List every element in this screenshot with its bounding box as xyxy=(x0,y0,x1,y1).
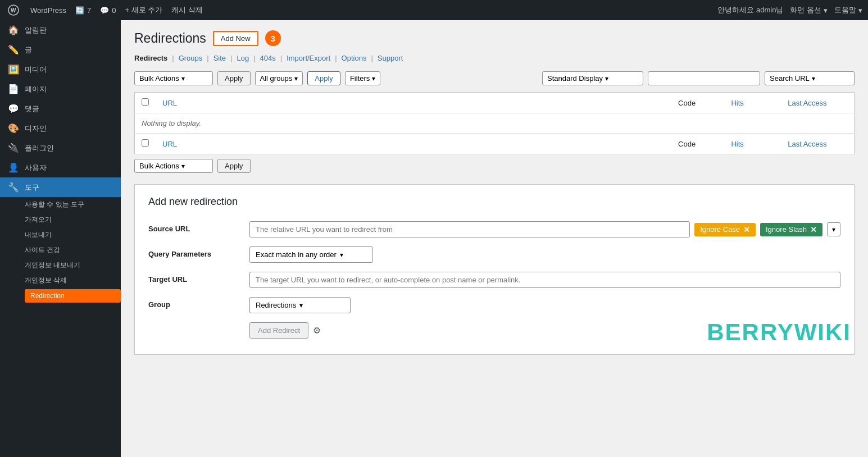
sidebar-item-posts[interactable]: ✏️ 글 xyxy=(0,40,121,60)
apply-button-top[interactable]: Apply xyxy=(217,71,251,85)
pages-icon: 📄 xyxy=(8,84,19,94)
search-url-input[interactable] xyxy=(648,71,760,85)
chevron-down-icon xyxy=(181,74,185,83)
apply-button-bottom[interactable]: Apply xyxy=(217,159,251,173)
target-url-label: Target URL xyxy=(148,272,249,284)
sidebar-sub-export-personal[interactable]: 개인정보 내보내기 xyxy=(25,258,121,273)
settings-gear-button[interactable]: ⚙ xyxy=(313,325,321,336)
col-footer-hits[interactable]: Hits xyxy=(714,134,760,154)
tab-log[interactable]: Log xyxy=(237,52,249,65)
chevron-down-icon xyxy=(372,74,375,83)
chevron-down-icon xyxy=(181,162,185,170)
media-icon: 🖼️ xyxy=(8,64,19,75)
content-wrapper: Redirections Add New 3 Redirects | Group… xyxy=(121,20,868,368)
search-url-dropdown[interactable]: Search URL xyxy=(765,71,855,85)
col-footer-last-access[interactable]: Last Access xyxy=(761,134,855,154)
add-new-bar[interactable]: + 새로 추가 xyxy=(125,5,163,15)
sidebar-sub-delete-personal[interactable]: 개인정보 삭제 xyxy=(25,273,121,288)
ignore-case-badge[interactable]: Ignore Case ✕ xyxy=(694,223,756,236)
help-button[interactable]: 도움말 ▾ xyxy=(834,5,862,15)
group-label: Group xyxy=(148,297,249,309)
comments-icon: 💬 xyxy=(8,103,19,114)
query-params-label: Query Parameters xyxy=(148,246,249,258)
add-redirect-button[interactable]: Add Redirect xyxy=(249,322,308,339)
col-footer-url[interactable]: URL xyxy=(156,134,660,154)
select-all-checkbox[interactable] xyxy=(142,98,149,106)
greeting: 안녕하세요 admin님 xyxy=(717,5,783,15)
refresh-icon: 🔄 xyxy=(75,6,84,15)
tab-support[interactable]: Support xyxy=(378,52,403,65)
tab-site[interactable]: Site xyxy=(213,52,226,65)
col-header-hits[interactable]: Hits xyxy=(714,93,760,113)
page-title-row: Redirections Add New 3 xyxy=(134,30,855,46)
group-dropdown[interactable]: Redirections xyxy=(249,297,351,313)
sidebar-item-dashboard[interactable]: 🏠 알림판 xyxy=(0,20,121,40)
redirections-table: URL Code Hits Last Access Nothing to dis… xyxy=(134,92,855,154)
wordpress-label[interactable]: WordPress xyxy=(30,6,66,15)
svg-text:W: W xyxy=(11,7,16,13)
clear-cache[interactable]: 캐시 삭제 xyxy=(171,5,203,15)
tab-redirects[interactable]: Redirects xyxy=(134,52,167,65)
ignore-slash-remove[interactable]: ✕ xyxy=(810,225,817,234)
table-row-empty: Nothing to display. xyxy=(135,113,855,134)
sidebar-item-media[interactable]: 🖼️ 미디어 xyxy=(0,60,121,79)
screen-options-button[interactable]: 화면 옵션 ▾ xyxy=(790,5,828,15)
bulk-actions-dropdown-bottom[interactable]: Bulk Actions xyxy=(134,159,213,173)
comment-count[interactable]: 💬 0 xyxy=(100,6,116,15)
ignore-slash-badge[interactable]: Ignore Slash ✕ xyxy=(760,223,822,236)
table-footer-row: URL Code Hits Last Access xyxy=(135,134,855,154)
sidebar-item-tools[interactable]: 🔧 도구 xyxy=(0,177,121,197)
sidebar-item-pages[interactable]: 📄 페이지 xyxy=(0,79,121,99)
sidebar-item-comments[interactable]: 💬 댓글 xyxy=(0,99,121,118)
source-url-input-row: Ignore Case ✕ Ignore Slash ✕ xyxy=(249,221,840,237)
target-url-field xyxy=(249,272,840,288)
step-badge-3: 3 xyxy=(265,30,281,46)
dashboard-icon: 🏠 xyxy=(8,25,19,35)
main-layout: 🏠 알림판 ✏️ 글 🖼️ 미디어 📄 페이지 💬 댓글 🎨 디자인 🔌 플러그… xyxy=(0,20,868,457)
ignore-case-remove[interactable]: ✕ xyxy=(743,225,750,234)
wp-logo[interactable]: W xyxy=(6,2,21,18)
posts-icon: ✏️ xyxy=(8,44,19,55)
bulk-actions-dropdown[interactable]: Bulk Actions xyxy=(134,71,213,85)
apply-button-blue[interactable]: Apply xyxy=(307,71,340,85)
select-all-footer-checkbox[interactable] xyxy=(142,139,149,147)
chevron-down-icon: ▾ xyxy=(824,6,828,15)
sidebar-sub-redirection[interactable]: Redirection xyxy=(25,289,121,303)
source-url-input[interactable] xyxy=(249,221,690,237)
users-icon: 👤 xyxy=(8,162,19,173)
tools-submenu: 사용할 수 있는 도구 가져오기 내보내기 사이트 건강 개인정보 내보내기 개… xyxy=(0,197,121,304)
all-groups-dropdown[interactable]: All groups xyxy=(255,71,303,85)
select-all-checkbox-footer[interactable] xyxy=(135,134,156,154)
col-header-last-access[interactable]: Last Access xyxy=(761,93,855,113)
sidebar-sub-site-health[interactable]: 사이트 건강 xyxy=(25,243,121,258)
tab-groups[interactable]: Groups xyxy=(179,52,203,65)
add-new-title: Add new redirection xyxy=(148,196,840,208)
source-url-label: Source URL xyxy=(148,221,249,233)
add-new-button[interactable]: Add New xyxy=(213,31,258,46)
chevron-down-icon xyxy=(299,301,303,309)
tab-options[interactable]: Options xyxy=(342,52,367,65)
update-count[interactable]: 🔄 7 xyxy=(75,6,91,15)
tab-import-export[interactable]: Import/Export xyxy=(287,52,330,65)
sidebar-item-design[interactable]: 🎨 디자인 xyxy=(0,118,121,138)
target-url-input[interactable] xyxy=(249,272,840,288)
select-all-checkbox-header[interactable] xyxy=(135,93,156,113)
query-params-field: Exact match in any order xyxy=(249,246,840,263)
query-params-dropdown[interactable]: Exact match in any order xyxy=(249,246,373,263)
sidebar-sub-export[interactable]: 내보내기 xyxy=(25,227,121,243)
sidebar-item-plugins[interactable]: 🔌 플러그인 xyxy=(0,138,121,158)
col-header-url[interactable]: URL xyxy=(156,93,660,113)
group-row: Group Redirections xyxy=(148,293,840,318)
chevron-down-icon xyxy=(832,225,835,234)
sidebar-sub-available-tools[interactable]: 사용할 수 있는 도구 xyxy=(25,197,121,212)
sidebar-sub-import[interactable]: 가져오기 xyxy=(25,212,121,227)
filters-dropdown[interactable]: Filters xyxy=(345,71,380,85)
tab-404s[interactable]: 404s xyxy=(260,52,276,65)
page-header: Redirections Add New 3 Redirects | Group… xyxy=(121,20,868,65)
query-params-row: Query Parameters Exact match in any orde… xyxy=(148,242,840,267)
source-options-dropdown[interactable] xyxy=(827,222,840,236)
sidebar-item-users[interactable]: 👤 사용자 xyxy=(0,158,121,177)
standard-display-dropdown[interactable]: Standard Display xyxy=(542,71,643,85)
admin-bar: W WordPress 🔄 7 💬 0 + 새로 추가 캐시 삭제 안녕하세요 … xyxy=(0,0,868,20)
design-icon: 🎨 xyxy=(8,123,19,134)
